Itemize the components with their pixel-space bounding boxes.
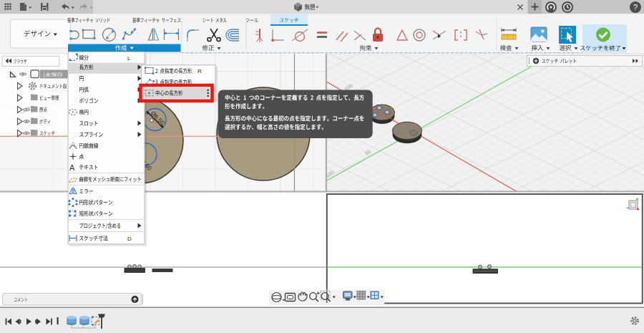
svg-text:R: R — [197, 68, 202, 74]
svg-text:D: D — [127, 236, 132, 242]
svg-text:?: ? — [633, 3, 638, 11]
svg-text:A: A — [69, 163, 75, 172]
svg-text:L: L — [127, 55, 131, 62]
svg-text:*: * — [316, 4, 319, 11]
